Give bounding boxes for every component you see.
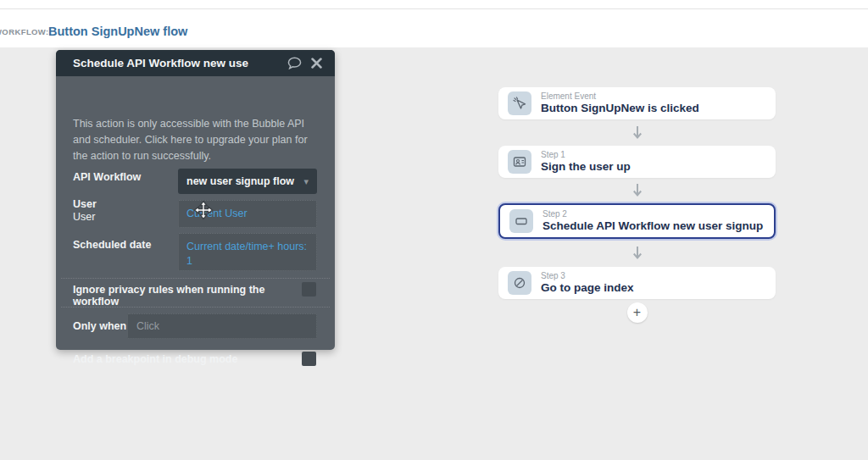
- close-icon[interactable]: [308, 55, 325, 72]
- breakpoint-label: Add a breakpoint in debug mode: [73, 353, 237, 365]
- only-when-label: Only when: [73, 320, 126, 332]
- workflow-step-list: Element Event Button SignUpNew is clicke…: [498, 87, 776, 323]
- arrow-down-icon: [632, 178, 643, 203]
- panel-title: Schedule API Workflow new use: [66, 57, 281, 69]
- ignore-privacy-checkbox[interactable]: [302, 282, 316, 297]
- section-divider: [61, 307, 330, 308]
- card-title: Sign the user up: [541, 160, 631, 174]
- scheduled-date-label: Scheduled date: [73, 239, 151, 251]
- api-workflow-value: new user signup flow: [186, 175, 303, 187]
- api-workflow-label: API Workflow: [73, 171, 141, 183]
- user-field[interactable]: Current User: [178, 200, 317, 228]
- scheduled-date-value: Current date/time+ hours: 1: [186, 241, 307, 267]
- user-card-icon: [508, 150, 531, 174]
- arrow-down-icon: [632, 119, 643, 146]
- comment-bubble-icon[interactable]: [286, 55, 303, 72]
- ignore-privacy-label: Ignore privacy rules when running the wo…: [73, 284, 298, 308]
- panel-body: This action is only accessible with the …: [56, 76, 335, 350]
- chevron-down-icon: ▾: [303, 176, 309, 187]
- workflow-card-step3[interactable]: Step 3 Go to page index: [498, 267, 776, 299]
- card-title: Schedule API Workflow new user signup: [542, 219, 763, 233]
- card-caption: Element Event: [541, 91, 699, 102]
- panel-header[interactable]: Schedule API Workflow new use: [56, 50, 335, 76]
- card-title: Button SignUpNew is clicked: [541, 102, 699, 115]
- breakpoint-checkbox[interactable]: [302, 352, 316, 366]
- add-step-button[interactable]: +: [627, 302, 648, 323]
- workflow-flow-name: Button SignUpNew flow: [48, 25, 187, 38]
- user-field-value: Current User: [186, 208, 248, 219]
- workflow-card-step2-selected[interactable]: Step 2 Schedule API Workflow new user si…: [498, 203, 776, 239]
- workflow-card-event[interactable]: Element Event Button SignUpNew is clicke…: [498, 87, 776, 119]
- scheduled-date-field[interactable]: Current date/time+ hours: 1: [178, 233, 317, 271]
- workflow-card-step1[interactable]: Step 1 Sign the user up: [498, 146, 776, 178]
- circle-slash-icon: [508, 271, 531, 295]
- section-divider: [61, 278, 330, 279]
- cursor-click-icon: [508, 91, 531, 115]
- api-notice-text: This action is only accessible with the …: [73, 116, 320, 164]
- top-bar: WORKFLOW: Button SignUpNew flow: [0, 0, 868, 47]
- user-sublabel: User: [73, 211, 95, 223]
- arrow-down-icon: [632, 239, 643, 267]
- top-divider: [0, 8, 868, 9]
- card-caption: Step 1: [541, 150, 631, 160]
- card-title: Go to page index: [541, 281, 634, 295]
- api-workflow-dropdown[interactable]: new user signup flow ▾: [178, 169, 317, 194]
- card-caption: Step 2: [542, 209, 763, 219]
- card-caption: Step 3: [541, 271, 634, 281]
- action-rectangle-icon: [509, 209, 533, 233]
- user-label: User: [73, 198, 97, 210]
- only-when-input[interactable]: [127, 313, 317, 339]
- workflow-label: WORKFLOW:: [0, 27, 49, 36]
- schedule-api-workflow-panel: Schedule API Workflow new use This actio…: [56, 50, 335, 350]
